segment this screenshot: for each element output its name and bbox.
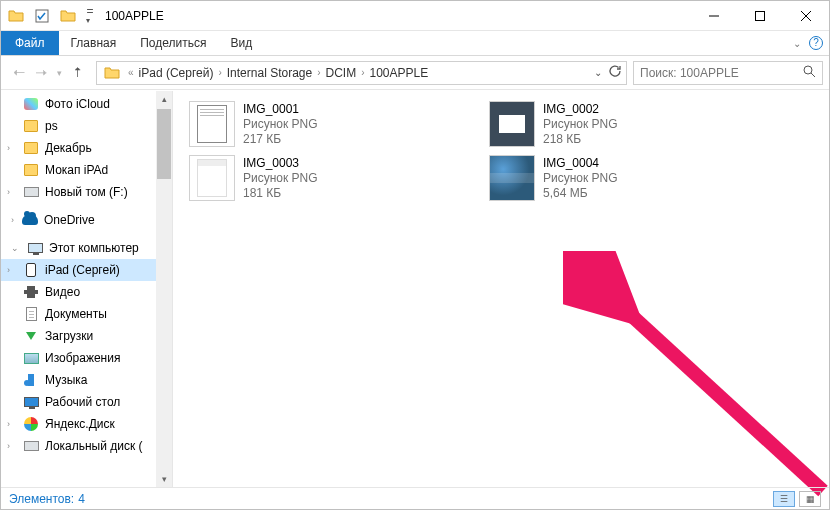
breadcrumb-1[interactable]: iPad (Сергей)	[139, 66, 214, 80]
maximize-button[interactable]	[737, 1, 783, 30]
view-icons-button[interactable]: ▦	[799, 491, 821, 507]
nav-item-label: Локальный диск (	[45, 439, 143, 453]
file-type: Рисунок PNG	[243, 171, 318, 186]
collapse-icon[interactable]: ⌄	[11, 243, 19, 253]
address-bar[interactable]: « iPad (Сергей) › Internal Storage › DCI…	[96, 61, 627, 85]
nav-item-mockup-ipad[interactable]: Мокап iPAd	[1, 159, 156, 181]
window-controls	[691, 1, 829, 30]
expand-icon[interactable]: ›	[7, 419, 10, 429]
nav-item-ps[interactable]: ps	[1, 115, 156, 137]
content-pane[interactable]: IMG_0001 Рисунок PNG 217 КБ IMG_0002 Рис…	[173, 91, 829, 487]
file-thumbnail	[489, 101, 535, 147]
folder-icon	[23, 162, 39, 178]
downloads-icon	[23, 328, 39, 344]
chevron-icon[interactable]: ›	[356, 67, 369, 78]
history-dropdown[interactable]: ▾	[57, 68, 62, 78]
forward-button[interactable]: 🠒	[35, 66, 47, 80]
nav-item-documents[interactable]: Документы	[1, 303, 156, 325]
folder-icon	[23, 140, 39, 156]
file-thumbnail	[489, 155, 535, 201]
status-item-count-label: Элементов:	[9, 492, 74, 506]
file-item[interactable]: IMG_0001 Рисунок PNG 217 КБ	[189, 101, 449, 147]
nav-item-desktop[interactable]: Рабочий стол	[1, 391, 156, 413]
documents-icon	[23, 306, 39, 322]
file-item[interactable]: IMG_0004 Рисунок PNG 5,64 МБ	[489, 155, 749, 201]
svg-point-5	[804, 66, 812, 74]
search-icon[interactable]	[803, 65, 816, 81]
ribbon: Файл Главная Поделиться Вид ⌄ ?	[1, 31, 829, 56]
refresh-icon[interactable]	[608, 64, 622, 81]
scroll-down-icon[interactable]: ▾	[156, 471, 172, 487]
nav-group-this-pc[interactable]: ⌄Этот компьютер	[1, 237, 156, 259]
onedrive-icon	[22, 212, 38, 228]
nav-item-label: iPad (Сергей)	[45, 263, 120, 277]
ribbon-tab-view[interactable]: Вид	[218, 31, 264, 55]
nav-item-ipad[interactable]: ›iPad (Сергей)	[1, 259, 156, 281]
expand-icon[interactable]: ›	[7, 187, 10, 197]
file-size: 218 КБ	[543, 132, 618, 147]
file-type: Рисунок PNG	[543, 171, 618, 186]
view-details-button[interactable]: ☰	[773, 491, 795, 507]
window-folder-icon	[5, 5, 27, 27]
nav-item-label: Декабрь	[45, 141, 92, 155]
nav-group-onedrive[interactable]: ›OneDrive	[1, 209, 156, 231]
svg-line-7	[583, 271, 823, 491]
expand-icon[interactable]: ›	[7, 143, 10, 153]
expand-icon[interactable]: ›	[7, 265, 10, 275]
file-type: Рисунок PNG	[243, 117, 318, 132]
window-title: 100APPLE	[105, 9, 164, 23]
nav-item-downloads[interactable]: Загрузки	[1, 325, 156, 347]
file-name: IMG_0004	[543, 156, 618, 171]
nav-item-december[interactable]: ›Декабрь	[1, 137, 156, 159]
scroll-up-icon[interactable]: ▴	[156, 91, 172, 107]
chevron-icon[interactable]: ›	[213, 67, 226, 78]
nav-item-photo-icloud[interactable]: Фото iCloud	[1, 93, 156, 115]
ribbon-file-tab[interactable]: Файл	[1, 31, 59, 55]
back-button[interactable]: 🠐	[13, 66, 25, 80]
nav-item-label: Рабочий стол	[45, 395, 120, 409]
nav-arrows: 🠐 🠒 ▾ 🠑	[7, 66, 90, 80]
address-dropdown-icon[interactable]: ⌄	[594, 67, 602, 78]
minimize-button[interactable]	[691, 1, 737, 30]
nav-items: Фото iCloud ps ›Декабрь Мокап iPAd ›Новы…	[1, 91, 156, 457]
nav-item-pictures[interactable]: Изображения	[1, 347, 156, 369]
pictures-icon	[23, 350, 39, 366]
titlebar: =▾ 100APPLE	[1, 1, 829, 31]
search-input[interactable]: Поиск: 100APPLE	[633, 61, 823, 85]
file-item[interactable]: IMG_0002 Рисунок PNG 218 КБ	[489, 101, 749, 147]
nav-item-new-volume[interactable]: ›Новый том (F:)	[1, 181, 156, 203]
music-icon	[23, 372, 39, 388]
view-switcher: ☰ ▦	[773, 491, 821, 507]
up-button[interactable]: 🠑	[72, 66, 84, 80]
ribbon-tab-home[interactable]: Главная	[59, 31, 129, 55]
nav-item-videos[interactable]: Видео	[1, 281, 156, 303]
nav-item-music[interactable]: Музыка	[1, 369, 156, 391]
expand-icon[interactable]: ›	[7, 441, 10, 451]
breadcrumb-root-chevron[interactable]: «	[123, 67, 139, 78]
nav-item-label: Документы	[45, 307, 107, 321]
breadcrumb-2[interactable]: Internal Storage	[227, 66, 312, 80]
chevron-icon[interactable]: ›	[312, 67, 325, 78]
ribbon-expand-icon[interactable]: ⌄	[785, 38, 809, 49]
expand-icon[interactable]: ›	[11, 215, 14, 225]
file-item[interactable]: IMG_0003 Рисунок PNG 181 КБ	[189, 155, 449, 201]
status-bar: Элементов: 4 ☰ ▦	[1, 487, 829, 509]
scroll-thumb[interactable]	[157, 109, 171, 179]
search-placeholder: Поиск: 100APPLE	[640, 66, 739, 80]
svg-rect-2	[756, 11, 765, 20]
file-info: IMG_0001 Рисунок PNG 217 КБ	[243, 101, 318, 147]
nav-scrollbar[interactable]: ▴ ▾	[156, 91, 172, 487]
ribbon-tab-share[interactable]: Поделиться	[128, 31, 218, 55]
breadcrumb-3[interactable]: DCIM	[326, 66, 357, 80]
breadcrumb-4[interactable]: 100APPLE	[370, 66, 429, 80]
qat-properties-icon[interactable]	[31, 5, 53, 27]
address-folder-icon	[101, 62, 123, 84]
qat-newfolder-icon[interactable]	[57, 5, 79, 27]
help-icon[interactable]: ?	[809, 36, 823, 50]
nav-item-local-disk[interactable]: ›Локальный диск (	[1, 435, 156, 457]
photo-icon	[23, 96, 39, 112]
close-button[interactable]	[783, 1, 829, 30]
file-type: Рисунок PNG	[543, 117, 618, 132]
qat-dropdown-icon[interactable]: =▾	[83, 5, 97, 27]
nav-item-yandex-disk[interactable]: ›Яндекс.Диск	[1, 413, 156, 435]
